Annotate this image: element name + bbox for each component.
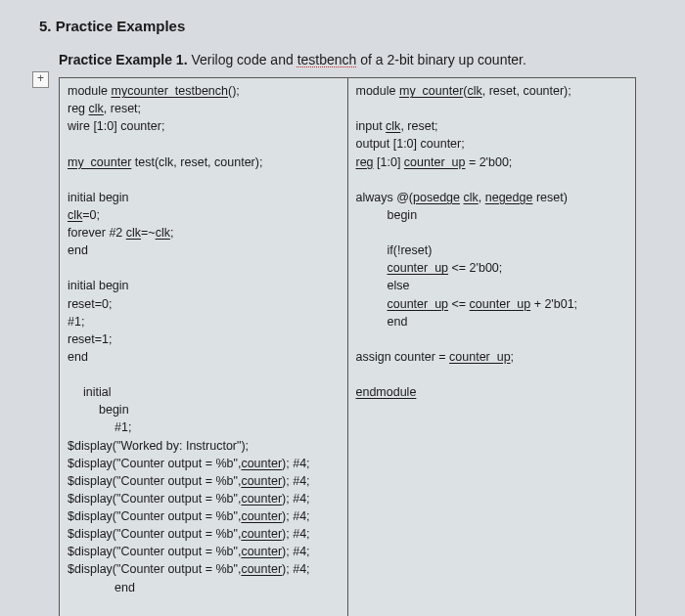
t: clk — [464, 191, 479, 204]
example-desc-tb: testbench — [297, 52, 357, 67]
t: initial — [68, 383, 112, 401]
t: counter — [241, 474, 282, 488]
t: $display("Counter output = %b", — [68, 562, 241, 576]
t: = 2'b00; — [465, 155, 512, 169]
t: posedge — [413, 191, 460, 204]
t: ; — [511, 350, 514, 364]
testbench-code-cell: module mycounter_testbench(); reg clk, r… — [60, 78, 348, 617]
t: assign counter = — [356, 350, 450, 364]
t: begin — [68, 401, 129, 418]
t: my_counter — [399, 84, 463, 98]
t: #1; — [68, 418, 131, 436]
t: input — [356, 119, 387, 133]
t: , reset; — [400, 119, 437, 133]
t: clk — [386, 119, 400, 133]
t: clk — [467, 84, 481, 98]
t: , reset, counter); — [482, 84, 571, 98]
t: end — [356, 313, 408, 330]
t: <= 2'b00; — [448, 261, 502, 275]
t: $display("Counter output = %b", — [68, 509, 241, 523]
t: counter — [241, 492, 282, 506]
t: + 2'b01; — [530, 297, 577, 311]
t: reg — [356, 155, 374, 169]
t: , reset; — [104, 102, 141, 115]
t: (); — [228, 84, 240, 98]
t: module — [68, 84, 111, 98]
t: ); #4; — [282, 457, 310, 470]
t: ); #4; — [282, 545, 310, 558]
t: #1; — [68, 313, 340, 330]
t: output [1:0] counter; — [356, 135, 628, 153]
t: wire [1:0] counter; — [68, 117, 340, 135]
t: initial begin — [68, 189, 340, 206]
t: =~ — [141, 226, 156, 240]
expand-icon: + — [32, 71, 49, 88]
example-label: Practice Example 1. — [59, 52, 188, 67]
t: mycounter_testbench — [111, 84, 228, 98]
document-page: + 5. Practice Examples Practice Example … — [0, 0, 685, 616]
design-code-cell: module my_counter(clk, reset, counter); … — [347, 78, 636, 617]
t: reset=0; — [68, 295, 340, 313]
example-heading: Practice Example 1. Verilog code and tes… — [59, 52, 658, 67]
t: , — [479, 191, 485, 204]
t: else — [356, 277, 410, 294]
t: $display("Worked by: Instructor"); — [68, 437, 340, 455]
t: clk — [68, 208, 82, 222]
t: ); #4; — [282, 492, 310, 506]
t: counter — [241, 509, 282, 523]
example-desc-b: of a 2-bit binary up counter. — [356, 52, 526, 67]
t: $display("Counter output = %b", — [68, 457, 241, 470]
t: counter — [241, 527, 282, 541]
t: if(!reset) — [356, 242, 433, 259]
t: clk — [156, 226, 170, 240]
section-heading: 5. Practice Examples — [39, 18, 658, 34]
t: end — [68, 242, 340, 259]
t: negedge — [485, 191, 533, 204]
t: end — [68, 579, 135, 596]
t: counter_up — [449, 350, 511, 364]
t: module — [356, 84, 399, 98]
t: always @( — [356, 191, 414, 204]
t: counter — [241, 457, 282, 470]
t: counter — [241, 545, 282, 558]
t: <= — [448, 297, 470, 311]
t: counter_up — [404, 155, 466, 169]
t: ); #4; — [282, 562, 310, 576]
t: begin — [356, 206, 418, 224]
t: forever #2 — [68, 226, 126, 240]
t: [1:0] — [374, 155, 404, 169]
t: counter_up — [470, 297, 531, 311]
t: counter_up — [388, 261, 449, 275]
t: endmodule — [356, 385, 417, 399]
t: counter_up — [388, 297, 449, 311]
t: ); #4; — [282, 509, 310, 523]
t: $display("Counter output = %b", — [68, 492, 241, 506]
code-table: module mycounter_testbench(); reg clk, r… — [59, 77, 636, 616]
t: ); #4; — [282, 527, 310, 541]
t: reg — [68, 102, 89, 115]
t: ); #4; — [282, 474, 310, 488]
t: reset=1; — [68, 330, 340, 348]
t: initial begin — [68, 277, 340, 294]
t: clk — [126, 226, 141, 240]
t: $display("Counter output = %b", — [68, 527, 241, 541]
t: clk — [89, 102, 104, 115]
t: $display("Counter output = %b", — [68, 474, 241, 488]
t: ; — [170, 226, 173, 240]
t: counter — [241, 562, 282, 576]
t: $display("Counter output = %b", — [68, 545, 241, 558]
t: =0; — [82, 208, 100, 222]
t: end — [68, 348, 340, 366]
example-desc-a: Verilog code and — [188, 52, 297, 67]
t: my_counter — [68, 155, 131, 169]
t: reset) — [532, 191, 567, 204]
t: test(clk, reset, counter); — [131, 155, 262, 169]
